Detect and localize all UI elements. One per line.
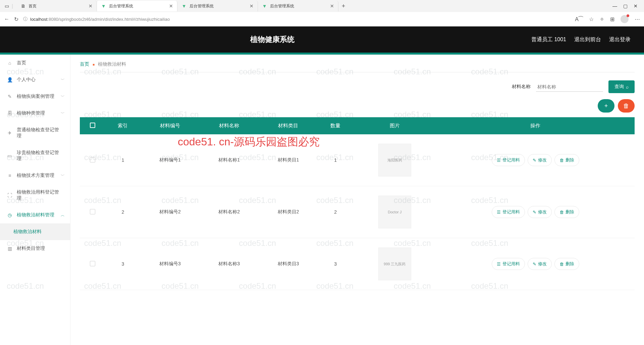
row-delete-button[interactable]: 🗑删除 — [554, 206, 579, 218]
sidebar-item-label: 植物救治材料管理 — [17, 212, 54, 218]
col-code: 材料编号 — [141, 117, 200, 134]
register-button[interactable]: ☰登记用料 — [492, 258, 525, 270]
home-icon: ⌂ — [7, 60, 13, 66]
cell-name: 材料名称2 — [200, 186, 259, 238]
user-icon: 👤 — [7, 77, 13, 82]
sidebar-item-precious-check[interactable]: ▭ 珍贵植物检查登记管理 — [0, 144, 70, 167]
sidebar-item-usage-reg[interactable]: ⛶ 植物救治用料登记管理 — [0, 184, 70, 207]
row-checkbox[interactable] — [90, 157, 95, 162]
sidebar-item-normal-check[interactable]: ✈ 普通植物检查登记管理 — [0, 122, 70, 144]
breadcrumb-home[interactable]: 首页 — [80, 61, 89, 67]
col-ops: 操作 — [436, 117, 635, 134]
url-box[interactable]: ⓘ localhost:8080/springbootx2t46/admin/d… — [23, 16, 570, 22]
cell-name: 材料名称3 — [200, 238, 259, 290]
register-button[interactable]: ☰登记用料 — [492, 206, 525, 218]
menu-icon[interactable]: ⋯ — [635, 16, 640, 22]
read-aloud-icon[interactable]: A⁀ — [575, 16, 583, 22]
collections-icon[interactable]: ⊞ — [610, 16, 614, 22]
cell-ops: ☰登记用料 ✎修改 🗑删除 — [436, 238, 635, 290]
doc-icon: ☰ — [497, 262, 501, 267]
tab-title: 后台管理系统 — [190, 3, 247, 9]
list-icon: ≡ — [7, 173, 13, 178]
close-icon[interactable]: ✕ — [250, 3, 254, 9]
briefcase-icon: 🗄 — [7, 111, 13, 116]
chevron-down-icon: ﹀ — [61, 77, 65, 83]
sidebar-item-label: 首页 — [17, 60, 26, 66]
row-checkbox[interactable] — [90, 209, 95, 214]
close-icon[interactable]: ✕ — [330, 3, 334, 9]
sidebar-item-species[interactable]: 🗄 植物种类管理 ﹀ — [0, 105, 70, 122]
pencil-icon: ✎ — [533, 262, 536, 267]
link-front[interactable]: 退出到前台 — [574, 36, 601, 43]
sidebar-item-profile[interactable]: 👤 个人中心 ﹀ — [0, 71, 70, 88]
vue-icon: ▼ — [262, 3, 267, 9]
col-category: 材料类目 — [259, 117, 318, 134]
header-right: 普通员工 1001 退出到前台 退出登录 — [531, 36, 631, 43]
sidebar-item-label: 植物技术方案管理 — [17, 172, 54, 179]
edit-button[interactable]: ✎修改 — [528, 258, 552, 270]
minimize-icon[interactable]: — — [612, 3, 617, 9]
cell-index: 2 — [105, 186, 141, 238]
cell-index: 1 — [105, 134, 141, 186]
link-logout[interactable]: 退出登录 — [609, 36, 631, 43]
favorite-icon[interactable]: ☆ — [589, 16, 594, 22]
col-name: 材料名称 — [200, 117, 259, 134]
card-icon: ▭ — [7, 153, 13, 158]
sidebar-item-material-mgmt[interactable]: ◷ 植物救治材料管理 ︿ — [0, 207, 70, 223]
favorites-bar-icon[interactable]: ✧ — [600, 16, 604, 22]
cell-ops: ☰登记用料 ✎修改 🗑删除 — [436, 134, 635, 186]
sidebar-item-label: 植物种类管理 — [17, 110, 45, 116]
delete-button[interactable]: 🗑 — [618, 99, 635, 113]
filter-label: 材料名称 — [512, 84, 531, 90]
doc-icon: 🗎 — [20, 3, 26, 9]
back-icon[interactable]: ← — [4, 16, 9, 22]
tab-3[interactable]: ▼ 后台管理系统 ✕ — [258, 1, 338, 11]
cell-code: 材料编号1 — [141, 134, 200, 186]
tab-1[interactable]: ▼ 后台管理系统 ✕ — [97, 1, 177, 11]
window-controls-left: ▭ | — [1, 3, 16, 9]
chevron-down-icon: ﹀ — [61, 173, 65, 179]
row-delete-button[interactable]: 🗑删除 — [554, 154, 579, 166]
tab-2[interactable]: ▼ 后台管理系统 ✕ — [177, 1, 258, 11]
new-tab-button[interactable]: + — [338, 3, 349, 10]
panel-toggle-icon[interactable]: ▭ — [5, 3, 9, 9]
tab-title: 后台管理系统 — [109, 3, 166, 9]
content: 首页 ■ 植物救治材料 材料名称 查询 ⌕ + 🗑 索引 材料编号 材料名称 — [70, 55, 644, 345]
image-thumb[interactable]: 海阳医药 — [378, 144, 411, 177]
sidebar-item-label: 普通植物检查登记管理 — [17, 127, 63, 139]
site-info-icon[interactable]: ⓘ — [23, 16, 28, 22]
sidebar-item-label: 植物疾病案例管理 — [17, 93, 54, 99]
sidebar: ⌂ 首页 👤 个人中心 ﹀ ✎ 植物疾病案例管理 ﹀ 🗄 植物种类管理 ﹀ ✈ … — [0, 55, 70, 345]
chevron-down-icon: ﹀ — [61, 111, 65, 116]
image-thumb[interactable]: Doctor J — [378, 196, 411, 228]
row-delete-button[interactable]: 🗑删除 — [554, 258, 579, 270]
window-controls-right: — ▢ ✕ — [607, 3, 643, 9]
sidebar-item-disease[interactable]: ✎ 植物疾病案例管理 ﹀ — [0, 88, 70, 105]
sidebar-item-label: 材料类目管理 — [17, 246, 45, 252]
select-all-checkbox[interactable] — [90, 123, 95, 128]
maximize-icon[interactable]: ▢ — [623, 3, 628, 9]
clock-icon: ◷ — [7, 212, 13, 218]
edit-button[interactable]: ✎修改 — [528, 154, 552, 166]
sidebar-item-material[interactable]: 植物救治材料 — [0, 223, 70, 240]
sidebar-item-category[interactable]: ▥ 材料类目管理 — [0, 240, 70, 257]
register-button[interactable]: ☰登记用料 — [492, 154, 525, 166]
close-window-icon[interactable]: ✕ — [634, 3, 638, 9]
add-button[interactable]: + — [598, 99, 614, 113]
sidebar-item-label: 珍贵植物检查登记管理 — [17, 150, 63, 162]
close-icon[interactable]: ✕ — [89, 3, 93, 9]
sidebar-item-tech[interactable]: ≡ 植物技术方案管理 ﹀ — [0, 167, 70, 184]
row-checkbox[interactable] — [90, 261, 95, 266]
refresh-icon[interactable]: ↻ — [14, 16, 18, 22]
edit-button[interactable]: ✎修改 — [528, 206, 552, 218]
sidebar-item-home[interactable]: ⌂ 首页 — [0, 55, 70, 71]
close-icon[interactable]: ✕ — [169, 3, 173, 9]
filter-input[interactable] — [536, 82, 603, 92]
cell-image: Doctor J — [353, 186, 436, 238]
cell-image: 999 三九医药 — [353, 238, 436, 290]
tab-title: 首页 — [29, 3, 86, 9]
tab-0[interactable]: 🗎 首页 ✕ — [16, 1, 97, 11]
image-thumb[interactable]: 999 三九医药 — [378, 248, 411, 280]
query-button[interactable]: 查询 ⌕ — [608, 80, 635, 93]
profile-icon[interactable] — [621, 15, 629, 23]
